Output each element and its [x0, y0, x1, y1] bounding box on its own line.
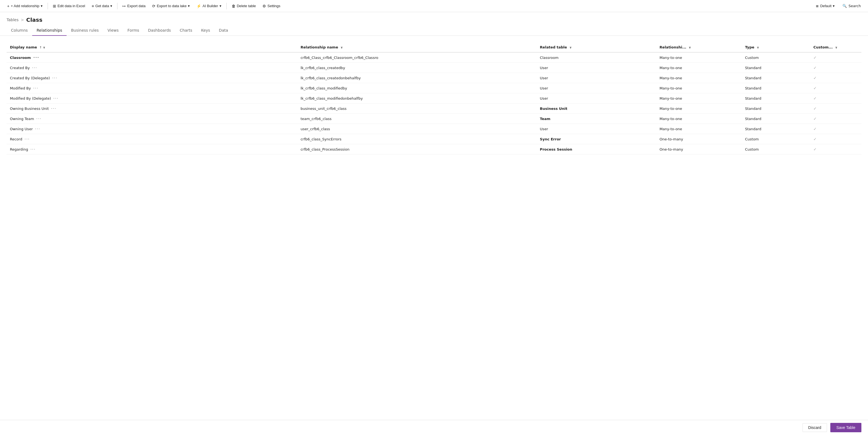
cell-type-9: Custom [742, 144, 810, 154]
cell-type-0: Custom [742, 52, 810, 63]
cell-type-7: Standard [742, 124, 810, 134]
tab-dashboards[interactable]: Dashboards [144, 25, 175, 36]
col-header-custom[interactable]: Custom... ∨ [810, 42, 861, 52]
col-header-relationship-type[interactable]: Relationshi... ∨ [656, 42, 742, 52]
cell-related-table-0: Classroom [536, 52, 656, 63]
table-row: Record ···crfb6_class_SyncErrorsSync Err… [7, 134, 861, 144]
cell-display-name-6: Owning Team ··· [7, 114, 297, 124]
dots-menu-6[interactable]: ··· [36, 116, 41, 121]
cell-relationship-type-8: One-to-many [656, 134, 742, 144]
tab-business-rules[interactable]: Business rules [67, 25, 103, 36]
tab-charts[interactable]: Charts [175, 25, 197, 36]
lake-icon: ⟳ [152, 4, 155, 8]
dots-menu-4[interactable]: ··· [53, 96, 59, 100]
check-icon-4: ✓ [813, 96, 817, 100]
breadcrumb-tables[interactable]: Tables [7, 18, 19, 22]
export-data-button[interactable]: ↦ Export data [120, 3, 148, 9]
check-icon-0: ✓ [813, 55, 817, 60]
col-header-relationship-name[interactable]: Relationship name ∨ [297, 42, 536, 52]
table-header: Display name ↑ ∨ Relationship name ∨ Rel… [7, 42, 861, 52]
separator-1 [48, 3, 48, 9]
cell-relationship-type-9: One-to-many [656, 144, 742, 154]
cell-related-table-4: User [536, 93, 656, 104]
cell-related-table-1: User [536, 63, 656, 73]
display-name-text-8: Record [10, 137, 22, 141]
delete-table-button[interactable]: 🗑 Delete table [229, 3, 258, 9]
cell-custom-3: ✓ [810, 83, 861, 93]
search-button[interactable]: 🔍 Search [840, 3, 864, 9]
check-icon-2: ✓ [813, 76, 817, 80]
cell-type-1: Standard [742, 63, 810, 73]
tab-relationships[interactable]: Relationships [32, 25, 67, 36]
cell-custom-0: ✓ [810, 52, 861, 63]
plus-icon: + [7, 4, 9, 8]
export-lake-button[interactable]: ⟳ Export to data lake ▾ [149, 3, 193, 9]
cell-rel-name-7: user_crfb6_class [297, 124, 536, 134]
dots-menu-0[interactable]: ··· [33, 55, 39, 60]
cell-related-table-9: Process Session [536, 144, 656, 154]
discard-button[interactable]: Discard [803, 423, 827, 432]
check-icon-1: ✓ [813, 65, 817, 70]
toolbar: + + Add relationship ▾ ⊞ Edit data in Ex… [0, 0, 868, 12]
table-row: Created By (Delegate) ···lk_crfb6_class_… [7, 73, 861, 83]
sort-none-icon-5: ∨ [835, 46, 837, 49]
col-header-type[interactable]: Type ∨ [742, 42, 810, 52]
display-name-text-6: Owning Team [10, 117, 34, 121]
default-view-button[interactable]: ≣ Default ▾ [813, 3, 837, 9]
cell-type-8: Custom [742, 134, 810, 144]
tab-keys[interactable]: Keys [197, 25, 215, 36]
cell-custom-5: ✓ [810, 104, 861, 114]
get-data-button[interactable]: ≡ Get data ▾ [89, 3, 115, 9]
col-header-related-table[interactable]: Related table ∨ [536, 42, 656, 52]
cell-display-name-8: Record ··· [7, 134, 297, 144]
table-row: Owning User ···user_crfb6_classUserMany-… [7, 124, 861, 134]
cell-relationship-type-1: Many-to-one [656, 63, 742, 73]
chevron-down-icon-2: ▾ [110, 4, 112, 8]
edit-excel-button[interactable]: ⊞ Edit data in Excel [50, 3, 88, 9]
cell-custom-4: ✓ [810, 93, 861, 104]
cell-type-3: Standard [742, 83, 810, 93]
cell-display-name-9: Regarding ··· [7, 144, 297, 154]
dots-menu-9[interactable]: ··· [30, 147, 35, 151]
cell-rel-name-6: team_crfb6_class [297, 114, 536, 124]
filter-icon: ≣ [816, 4, 819, 8]
col-header-display-name[interactable]: Display name ↑ ∨ [7, 42, 297, 52]
settings-button[interactable]: ⚙ Settings [260, 3, 283, 9]
dots-menu-1[interactable]: ··· [32, 65, 37, 70]
table-row: Regarding ···crfb6_class_ProcessSessionP… [7, 144, 861, 154]
display-name-text-1: Created By [10, 66, 30, 70]
add-relationship-button[interactable]: + + Add relationship ▾ [4, 3, 45, 9]
cell-related-table-7: User [536, 124, 656, 134]
save-table-button[interactable]: Save Table [830, 423, 861, 432]
separator-2 [117, 3, 118, 9]
dots-menu-2[interactable]: ··· [52, 76, 58, 80]
tab-columns[interactable]: Columns [7, 25, 32, 36]
dots-menu-5[interactable]: ··· [51, 106, 56, 111]
breadcrumb-current: Class [26, 17, 42, 23]
dots-menu-7[interactable]: ··· [35, 127, 40, 131]
cell-rel-name-3: lk_crfb6_class_modifiedby [297, 83, 536, 93]
cell-related-table-2: User [536, 73, 656, 83]
dots-menu-3[interactable]: ··· [33, 86, 38, 90]
display-name-text-0: Classroom [10, 56, 31, 60]
table-row: Owning Team ···team_crfb6_classTeamMany-… [7, 114, 861, 124]
tab-views[interactable]: Views [103, 25, 123, 36]
ai-builder-button[interactable]: ⚡ AI Builder ▾ [194, 3, 224, 9]
tab-data[interactable]: Data [215, 25, 232, 36]
cell-type-6: Standard [742, 114, 810, 124]
table-row: Modified By ···lk_crfb6_class_modifiedby… [7, 83, 861, 93]
cell-type-4: Standard [742, 93, 810, 104]
table-row: Classroom ···crfb6_Class_crfb6_Classroom… [7, 52, 861, 63]
cell-rel-name-9: crfb6_class_ProcessSession [297, 144, 536, 154]
cell-relationship-type-3: Many-to-one [656, 83, 742, 93]
cell-rel-name-1: lk_crfb6_class_createdby [297, 63, 536, 73]
cell-relationship-type-0: Many-to-one [656, 52, 742, 63]
cell-custom-8: ✓ [810, 134, 861, 144]
display-name-text-7: Owning User [10, 127, 33, 131]
main-content: Tables > Class Columns Relationships Bus… [0, 12, 868, 435]
dots-menu-8[interactable]: ··· [25, 137, 30, 141]
check-icon-6: ✓ [813, 116, 817, 121]
tab-forms[interactable]: Forms [123, 25, 144, 36]
cell-rel-name-5: business_unit_crfb6_class [297, 104, 536, 114]
chevron-down-icon-5: ▾ [833, 4, 835, 8]
